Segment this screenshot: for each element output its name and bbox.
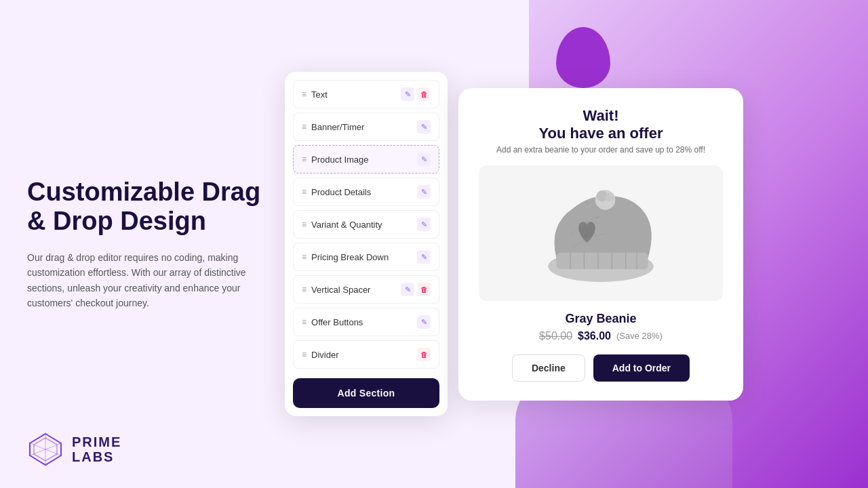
section-row-left: ≡Pricing Break Down [302,252,389,262]
offer-panel: Wait! You have an offer Add an extra bea… [458,88,743,401]
svg-point-10 [606,192,614,201]
section-row-right: ✎ [417,120,431,134]
edit-section-icon[interactable]: ✎ [417,218,431,231]
section-row-right: ✎ [417,315,431,329]
section-label: Variant & Quantity [311,220,382,230]
section-row[interactable]: ≡Variant & Quantity✎ [293,210,439,239]
section-row-right: ✎ [417,152,431,166]
logo: PRIME LABS [27,431,121,468]
logo-line1: PRIME [72,434,121,449]
section-row-right: ✎ [417,185,431,199]
offer-wait-label: Wait! You have an offer [479,107,723,142]
edit-section-icon[interactable]: ✎ [401,283,414,296]
section-row-right: ✎ [417,250,431,264]
price-row: $50.00 $36.00 (Save 28%) [479,330,723,342]
product-name: Gray Beanie [479,312,723,326]
delete-section-icon[interactable]: 🗑 [417,283,431,296]
section-row-left: ≡Variant & Quantity [302,220,382,230]
edit-section-icon[interactable]: ✎ [401,87,414,101]
section-row-right: ✎🗑 [401,87,431,101]
logo-line2: LABS [72,449,121,464]
section-label: Pricing Break Down [311,252,389,262]
section-row-left: ≡Banner/Timer [302,122,364,132]
section-label: Product Details [311,187,371,197]
drag-handle-icon[interactable]: ≡ [302,155,306,164]
edit-section-icon[interactable]: ✎ [417,185,431,199]
section-row-left: ≡Vertical Spacer [302,285,370,295]
section-label: Product Image [311,155,369,165]
add-section-button[interactable]: Add Section [293,378,439,408]
left-section: Customizable Drag & Drop Design Our drag… [27,178,285,311]
section-label: Divider [311,350,338,360]
delete-section-icon[interactable]: 🗑 [417,87,431,101]
delete-section-icon[interactable]: 🗑 [417,348,431,361]
section-row[interactable]: ≡Vertical Spacer✎🗑 [293,275,439,304]
section-row-right: 🗑 [417,348,431,361]
logo-icon [27,431,64,468]
editor-panel: ≡Text✎🗑≡Banner/Timer✎≡Product Image✎≡Pro… [285,72,448,416]
section-row[interactable]: ≡Product Image✎ [293,145,439,174]
section-row[interactable]: ≡Product Details✎ [293,178,439,206]
section-row-right: ✎ [417,218,431,231]
price-save: (Save 28%) [616,331,663,341]
price-new: $36.00 [578,330,611,342]
edit-section-icon[interactable]: ✎ [417,315,431,329]
edit-section-icon[interactable]: ✎ [417,152,431,166]
main-container: Customizable Drag & Drop Design Our drag… [0,0,868,488]
editor-card: ≡Text✎🗑≡Banner/Timer✎≡Product Image✎≡Pro… [285,72,448,416]
drag-handle-icon[interactable]: ≡ [302,252,306,262]
section-row[interactable]: ≡Divider🗑 [293,340,439,369]
edit-section-icon[interactable]: ✎ [417,250,431,264]
section-row-left: ≡Text [302,89,328,100]
product-image [540,179,662,287]
section-label: Text [311,89,328,100]
add-to-order-button[interactable]: Add to Order [593,354,690,382]
price-original: $50.00 [539,330,572,342]
section-row-left: ≡Product Image [302,155,369,165]
edit-section-icon[interactable]: ✎ [417,120,431,134]
drag-handle-icon[interactable]: ≡ [302,122,306,131]
section-row[interactable]: ≡Banner/Timer✎ [293,113,439,141]
section-row[interactable]: ≡Pricing Break Down✎ [293,243,439,271]
section-row-left: ≡Offer Buttons [302,317,363,327]
drag-handle-icon[interactable]: ≡ [302,220,306,229]
section-row-left: ≡Divider [302,350,338,360]
drag-handle-icon[interactable]: ≡ [302,285,306,294]
drag-handle-icon[interactable]: ≡ [302,317,306,327]
section-row[interactable]: ≡Text✎🗑 [293,80,439,108]
headline: Customizable Drag & Drop Design [27,178,271,237]
offer-card: Wait! You have an offer Add an extra bea… [458,88,743,401]
section-row-right: ✎🗑 [401,283,431,296]
section-row[interactable]: ≡Offer Buttons✎ [293,308,439,336]
section-label: Banner/Timer [311,122,364,132]
description: Our drag & drop editor requires no codin… [27,250,258,311]
action-buttons: Decline Add to Order [479,354,723,382]
logo-text: PRIME LABS [72,434,121,464]
product-image-container [479,165,723,301]
section-row-left: ≡Product Details [302,187,371,197]
section-label: Vertical Spacer [311,285,370,295]
offer-subtitle: Add an extra beanie to your order and sa… [479,145,723,155]
drag-handle-icon[interactable]: ≡ [302,89,306,99]
section-rows-container: ≡Text✎🗑≡Banner/Timer✎≡Product Image✎≡Pro… [293,80,439,369]
drag-handle-icon[interactable]: ≡ [302,350,306,359]
section-label: Offer Buttons [311,317,363,327]
decline-button[interactable]: Decline [512,354,585,382]
drag-handle-icon[interactable]: ≡ [302,187,306,197]
